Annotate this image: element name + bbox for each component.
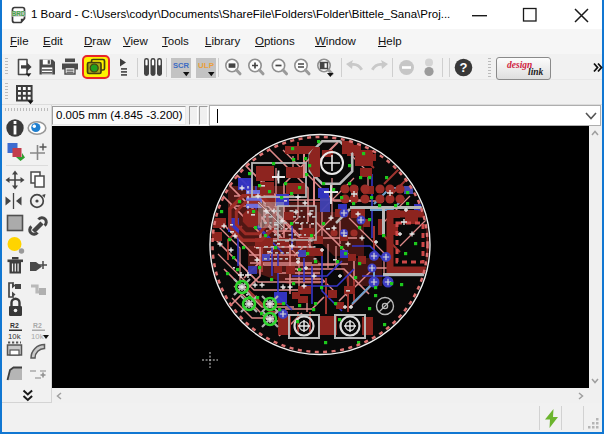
svg-text:10k: 10k bbox=[8, 332, 21, 341]
svg-text:?: ? bbox=[460, 60, 468, 75]
svg-text:R2: R2 bbox=[10, 322, 19, 329]
svg-text:10k: 10k bbox=[31, 332, 44, 341]
svg-text:BRD: BRD bbox=[12, 10, 26, 17]
svg-text:R2: R2 bbox=[33, 322, 42, 329]
